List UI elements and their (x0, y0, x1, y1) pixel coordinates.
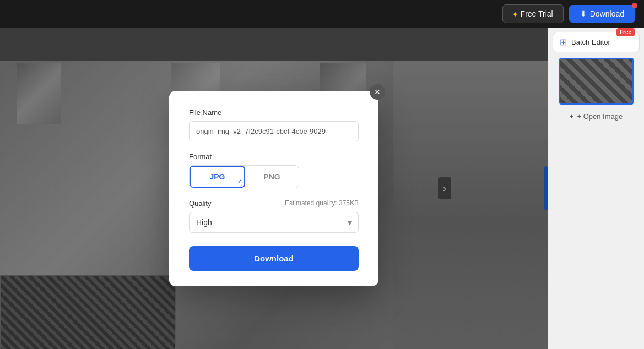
main-area: › ✕ File Name Format JPG (0, 28, 644, 349)
modal-overlay: ✕ File Name Format JPG ✓ PNG (0, 28, 548, 349)
batch-editor-label: Batch Editor (571, 38, 610, 46)
free-badge: Free (616, 28, 635, 36)
download-top-icon: ⬇ (580, 9, 587, 18)
download-modal: ✕ File Name Format JPG ✓ PNG (169, 91, 378, 286)
png-label: PNG (263, 172, 280, 181)
check-icon: ✓ (237, 178, 242, 184)
free-trial-label: Free Trial (521, 9, 553, 18)
download-modal-button[interactable]: Download (189, 246, 359, 271)
modal-close-button[interactable]: ✕ (370, 84, 385, 100)
format-label: Format (189, 152, 359, 161)
right-sidebar: Free ⊞ Batch Editor + + Open Image (548, 28, 644, 349)
png-format-button[interactable]: PNG (245, 166, 299, 188)
plus-icon: + (570, 112, 574, 121)
quality-select[interactable]: High Medium Low (189, 212, 359, 233)
open-image-button[interactable]: + + Open Image (565, 110, 627, 123)
free-trial-button[interactable]: ♦ Free Trial (502, 4, 563, 23)
close-icon: ✕ (374, 88, 381, 96)
diamond-icon: ♦ (513, 9, 517, 18)
file-name-label: File Name (189, 108, 359, 117)
quality-label: Quality (189, 199, 211, 208)
thumbnail-image (560, 59, 632, 103)
quality-header: Quality Estimated quality: 375KB (189, 199, 359, 208)
canvas-area: › ✕ File Name Format JPG (0, 28, 548, 349)
format-section: Format JPG ✓ PNG (189, 152, 359, 188)
topbar: ♦ Free Trial ⬇ Download (0, 0, 644, 28)
format-buttons: JPG ✓ PNG (189, 165, 299, 188)
file-name-input[interactable] (189, 121, 359, 141)
batch-editor-button[interactable]: Free ⊞ Batch Editor (553, 32, 640, 52)
download-top-label: Download (590, 9, 624, 18)
download-top-button[interactable]: ⬇ Download (569, 5, 635, 23)
quality-estimate: Estimated quality: 375KB (285, 199, 359, 207)
notification-dot (632, 3, 637, 8)
jpg-format-button[interactable]: JPG ✓ (190, 166, 245, 188)
jpg-label: JPG (209, 172, 225, 181)
sidebar-thumbnail[interactable] (559, 58, 634, 105)
download-modal-label: Download (254, 254, 294, 263)
open-image-label: + Open Image (577, 112, 623, 121)
batch-icon: ⊞ (560, 37, 567, 47)
quality-select-wrapper: High Medium Low ▾ (189, 212, 359, 233)
